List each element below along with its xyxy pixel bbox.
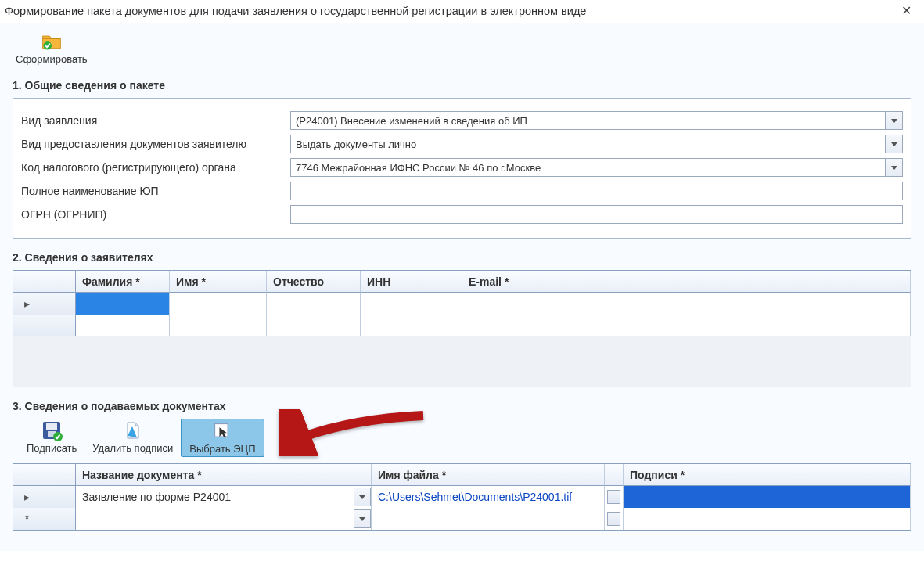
window-title: Формирование пакета документов для подач… bbox=[5, 5, 586, 17]
file-link[interactable]: C:\Users\Sehmet\Documents\P24001.tif bbox=[378, 491, 572, 503]
doc-name-text: Заявление по форме Р24001 bbox=[82, 491, 231, 503]
cell-name[interactable] bbox=[170, 293, 267, 315]
doc-name-dropdown-button[interactable] bbox=[354, 509, 371, 528]
cell-signatures[interactable] bbox=[624, 486, 911, 508]
applicants-table[interactable]: Фамилия * Имя * Отчество ИНН E-mail * ▸ bbox=[13, 270, 911, 387]
col-surname[interactable]: Фамилия * bbox=[76, 271, 170, 293]
col-signatures[interactable]: Подписи * bbox=[624, 464, 911, 486]
floppy-check-icon bbox=[41, 420, 63, 441]
col-inn[interactable]: ИНН bbox=[361, 271, 462, 293]
cell-patronymic[interactable] bbox=[267, 293, 361, 315]
folder-check-icon bbox=[41, 31, 63, 52]
document-delete-icon bbox=[122, 420, 144, 441]
file-browse-button[interactable] bbox=[607, 512, 620, 526]
app-type-dropdown-button[interactable] bbox=[886, 111, 903, 130]
cell-surname[interactable] bbox=[76, 293, 170, 315]
delivery-dropdown-button[interactable] bbox=[886, 135, 903, 153]
chevron-down-icon bbox=[891, 119, 897, 123]
label-delivery: Вид предоставления документов заявителю bbox=[21, 138, 290, 150]
label-app-type: Вид заявления bbox=[21, 114, 290, 127]
org-name-input[interactable] bbox=[290, 182, 903, 200]
col-email[interactable]: E-mail * bbox=[462, 271, 911, 293]
ogrn-input[interactable] bbox=[290, 205, 903, 224]
col-doc-name[interactable]: Название документа * bbox=[76, 464, 372, 486]
delete-signatures-label: Удалить подписи bbox=[92, 442, 173, 454]
section1-title: 1. Общие сведения о пакете bbox=[13, 79, 911, 92]
col-file-name[interactable]: Имя файла * bbox=[372, 464, 605, 486]
delete-signatures-button[interactable]: Удалить подписи bbox=[84, 419, 181, 457]
choose-signature-label: Выбрать ЭЦП bbox=[189, 443, 255, 455]
table-row[interactable]: ▸ bbox=[13, 293, 911, 315]
cell-file-name[interactable]: C:\Users\Sehmet\Documents\P24001.tif bbox=[372, 486, 605, 508]
form-package-label: Сформировать bbox=[16, 53, 88, 65]
choose-signature-button[interactable]: Выбрать ЭЦП bbox=[181, 419, 264, 457]
cell-inn[interactable] bbox=[361, 293, 462, 315]
tax-code-select[interactable]: 7746 Межрайонная ИФНС России № 46 по г.М… bbox=[290, 158, 886, 177]
delivery-select[interactable]: Выдать документы лично bbox=[290, 135, 886, 153]
table-row[interactable]: ▸ Заявление по форме Р24001 C:\Users\Seh… bbox=[13, 486, 911, 508]
file-browse-button[interactable] bbox=[607, 490, 620, 504]
svg-rect-2 bbox=[46, 423, 57, 430]
form-package-button[interactable]: Сформировать bbox=[11, 30, 92, 67]
section3-title: 3. Сведения о подаваемых документах bbox=[13, 400, 911, 412]
app-type-select[interactable]: (Р24001) Внесение изменений в сведения о… bbox=[290, 111, 886, 130]
col-name[interactable]: Имя * bbox=[170, 271, 267, 293]
label-org-name: Полное наименование ЮП bbox=[21, 185, 290, 197]
table-row[interactable]: * bbox=[13, 508, 911, 530]
label-tax-code: Код налогового (регистрирующего) органа bbox=[21, 161, 290, 174]
cell-doc-name[interactable]: Заявление по форме Р24001 bbox=[76, 486, 372, 508]
section2-title: 2. Сведения о заявителях bbox=[13, 251, 911, 264]
chevron-down-icon bbox=[891, 142, 897, 146]
cell-email[interactable] bbox=[462, 293, 911, 315]
tax-code-dropdown-button[interactable] bbox=[886, 158, 903, 177]
sign-button[interactable]: Подписать bbox=[19, 419, 84, 457]
documents-table[interactable]: Название документа * Имя файла * Подписи… bbox=[13, 463, 911, 531]
doc-name-dropdown-button[interactable] bbox=[354, 488, 371, 506]
table-row[interactable] bbox=[13, 315, 911, 336]
sign-label: Подписать bbox=[27, 442, 77, 454]
col-patronymic[interactable]: Отчество bbox=[267, 271, 361, 293]
cursor-icon bbox=[211, 421, 233, 441]
chevron-down-icon bbox=[891, 166, 897, 170]
close-icon[interactable]: ✕ bbox=[897, 3, 916, 18]
label-ogrn: ОГРН (ОГРНИП) bbox=[21, 208, 290, 221]
chevron-down-icon bbox=[359, 517, 365, 521]
chevron-down-icon bbox=[359, 495, 365, 499]
